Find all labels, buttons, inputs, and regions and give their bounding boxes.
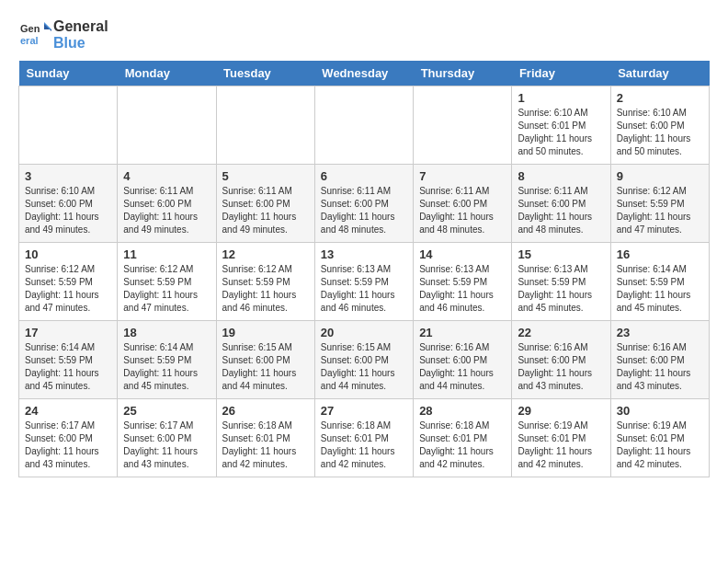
day-number: 27 [321,404,407,418]
day-info: Sunrise: 6:10 AM Sunset: 6:00 PM Dayligh… [25,185,111,236]
day-number: 9 [617,169,703,183]
weekday-header: Thursday [414,61,512,86]
day-info: Sunrise: 6:12 AM Sunset: 5:59 PM Dayligh… [25,263,111,315]
calendar-cell: 15Sunrise: 6:13 AM Sunset: 5:59 PM Dayli… [512,243,610,321]
day-number: 14 [419,247,506,261]
calendar-cell: 24Sunrise: 6:17 AM Sunset: 6:00 PM Dayli… [19,399,118,477]
day-number: 30 [617,404,703,418]
day-number: 4 [123,169,210,183]
calendar-cell [118,86,216,165]
svg-text:Gen: Gen [20,23,40,34]
calendar-cell: 18Sunrise: 6:14 AM Sunset: 5:59 PM Dayli… [118,321,216,399]
calendar-cell: 23Sunrise: 6:16 AM Sunset: 6:00 PM Dayli… [610,321,709,399]
day-info: Sunrise: 6:16 AM Sunset: 6:00 PM Dayligh… [617,341,703,393]
logo-svg: Gen eral [18,18,51,52]
day-number: 13 [321,247,407,261]
calendar-cell: 22Sunrise: 6:16 AM Sunset: 6:00 PM Dayli… [512,321,610,399]
calendar-cell: 30Sunrise: 6:19 AM Sunset: 6:01 PM Dayli… [610,399,709,477]
day-info: Sunrise: 6:17 AM Sunset: 6:00 PM Dayligh… [123,419,210,471]
calendar-cell: 29Sunrise: 6:19 AM Sunset: 6:01 PM Dayli… [512,399,610,477]
calendar-cell: 12Sunrise: 6:12 AM Sunset: 5:59 PM Dayli… [216,243,314,321]
day-info: Sunrise: 6:18 AM Sunset: 6:01 PM Dayligh… [222,419,309,471]
day-number: 21 [419,326,506,339]
page-header: Gen eral GeneralBlue [18,18,710,52]
day-number: 23 [617,326,703,339]
day-number: 1 [518,91,604,105]
day-number: 17 [25,326,111,339]
day-number: 19 [222,326,309,339]
day-info: Sunrise: 6:18 AM Sunset: 6:01 PM Dayligh… [419,419,506,471]
calendar-cell: 16Sunrise: 6:14 AM Sunset: 5:59 PM Dayli… [610,243,709,321]
day-info: Sunrise: 6:17 AM Sunset: 6:00 PM Dayligh… [25,419,111,471]
calendar-table: SundayMondayTuesdayWednesdayThursdayFrid… [18,61,710,477]
day-info: Sunrise: 6:14 AM Sunset: 5:59 PM Dayligh… [123,341,210,393]
calendar-week-row: 1Sunrise: 6:10 AM Sunset: 6:01 PM Daylig… [19,86,710,165]
calendar-cell: 1Sunrise: 6:10 AM Sunset: 6:01 PM Daylig… [512,86,610,165]
weekday-header: Sunday [19,61,118,86]
day-number: 20 [321,326,407,339]
calendar-cell: 13Sunrise: 6:13 AM Sunset: 5:59 PM Dayli… [314,243,413,321]
day-number: 16 [617,247,703,261]
day-number: 29 [518,404,604,418]
day-info: Sunrise: 6:19 AM Sunset: 6:01 PM Dayligh… [518,419,604,471]
day-number: 5 [222,169,309,183]
calendar-cell: 10Sunrise: 6:12 AM Sunset: 5:59 PM Dayli… [19,243,118,321]
calendar-cell: 6Sunrise: 6:11 AM Sunset: 6:00 PM Daylig… [314,165,413,243]
day-number: 12 [222,247,309,261]
calendar-cell: 21Sunrise: 6:16 AM Sunset: 6:00 PM Dayli… [414,321,512,399]
day-number: 24 [25,404,111,418]
calendar-cell: 17Sunrise: 6:14 AM Sunset: 5:59 PM Dayli… [19,321,118,399]
day-number: 3 [25,169,111,183]
calendar-cell: 20Sunrise: 6:15 AM Sunset: 6:00 PM Dayli… [314,321,413,399]
calendar-cell [314,86,413,165]
day-info: Sunrise: 6:15 AM Sunset: 6:00 PM Dayligh… [222,341,309,393]
calendar-cell: 8Sunrise: 6:11 AM Sunset: 6:00 PM Daylig… [512,165,610,243]
calendar-week-row: 17Sunrise: 6:14 AM Sunset: 5:59 PM Dayli… [19,321,710,399]
weekday-header: Saturday [610,61,709,86]
calendar-cell: 7Sunrise: 6:11 AM Sunset: 6:00 PM Daylig… [414,165,512,243]
day-info: Sunrise: 6:13 AM Sunset: 5:59 PM Dayligh… [419,263,506,315]
calendar-cell: 2Sunrise: 6:10 AM Sunset: 6:00 PM Daylig… [610,86,709,165]
calendar-week-row: 10Sunrise: 6:12 AM Sunset: 5:59 PM Dayli… [19,243,710,321]
weekday-header: Tuesday [216,61,314,86]
logo: Gen eral GeneralBlue [18,18,108,52]
calendar-cell: 14Sunrise: 6:13 AM Sunset: 5:59 PM Dayli… [414,243,512,321]
day-number: 25 [123,404,210,418]
day-info: Sunrise: 6:11 AM Sunset: 6:00 PM Dayligh… [419,185,506,236]
calendar-cell: 11Sunrise: 6:12 AM Sunset: 5:59 PM Dayli… [118,243,216,321]
day-number: 22 [518,326,604,339]
day-info: Sunrise: 6:10 AM Sunset: 6:00 PM Dayligh… [617,107,703,158]
day-info: Sunrise: 6:15 AM Sunset: 6:00 PM Dayligh… [321,341,407,393]
day-info: Sunrise: 6:11 AM Sunset: 6:00 PM Dayligh… [321,185,407,236]
day-number: 10 [25,247,111,261]
day-info: Sunrise: 6:16 AM Sunset: 6:00 PM Dayligh… [518,341,604,393]
calendar-cell: 27Sunrise: 6:18 AM Sunset: 6:01 PM Dayli… [314,399,413,477]
calendar-cell: 28Sunrise: 6:18 AM Sunset: 6:01 PM Dayli… [414,399,512,477]
calendar-cell [19,86,118,165]
day-number: 8 [518,169,604,183]
day-info: Sunrise: 6:12 AM Sunset: 5:59 PM Dayligh… [617,185,703,236]
day-info: Sunrise: 6:16 AM Sunset: 6:00 PM Dayligh… [419,341,506,393]
weekday-header: Monday [118,61,216,86]
calendar-cell: 4Sunrise: 6:11 AM Sunset: 6:00 PM Daylig… [118,165,216,243]
day-number: 7 [419,169,506,183]
day-info: Sunrise: 6:14 AM Sunset: 5:59 PM Dayligh… [25,341,111,393]
calendar-cell [216,86,314,165]
day-number: 15 [518,247,604,261]
day-number: 2 [617,91,703,105]
weekday-header: Friday [512,61,610,86]
day-info: Sunrise: 6:12 AM Sunset: 5:59 PM Dayligh… [222,263,309,315]
day-number: 26 [222,404,309,418]
day-info: Sunrise: 6:14 AM Sunset: 5:59 PM Dayligh… [617,263,703,315]
calendar-cell: 26Sunrise: 6:18 AM Sunset: 6:01 PM Dayli… [216,399,314,477]
day-info: Sunrise: 6:18 AM Sunset: 6:01 PM Dayligh… [321,419,407,471]
day-info: Sunrise: 6:19 AM Sunset: 6:01 PM Dayligh… [617,419,703,471]
calendar-cell: 3Sunrise: 6:10 AM Sunset: 6:00 PM Daylig… [19,165,118,243]
day-info: Sunrise: 6:10 AM Sunset: 6:01 PM Dayligh… [518,107,604,158]
calendar-cell [414,86,512,165]
calendar-cell: 25Sunrise: 6:17 AM Sunset: 6:00 PM Dayli… [118,399,216,477]
day-number: 18 [123,326,210,339]
logo-name: GeneralBlue [53,18,108,51]
svg-text:eral: eral [20,35,39,46]
day-number: 11 [123,247,210,261]
